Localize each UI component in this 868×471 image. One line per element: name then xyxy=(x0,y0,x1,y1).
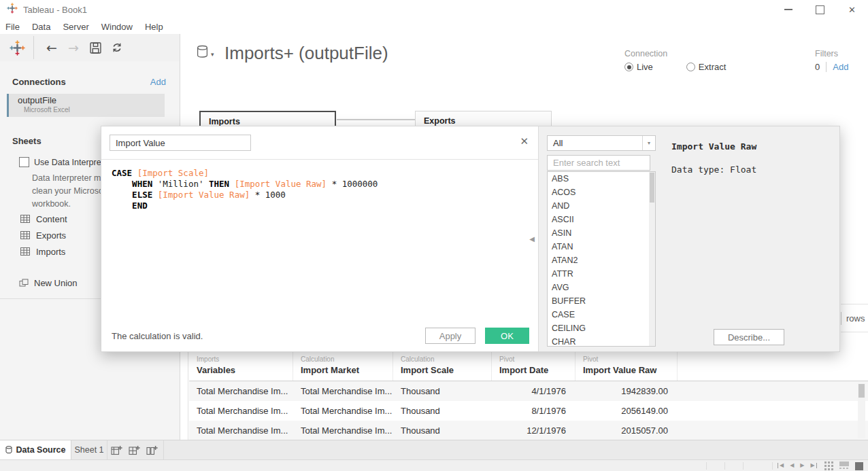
table-cell: 12/1/1976 xyxy=(492,421,575,440)
function-item-ascii[interactable]: ASCII xyxy=(548,213,655,226)
filters-block: Filters 0 Add xyxy=(815,49,848,72)
data-interpreter-checkbox[interactable] xyxy=(19,157,29,167)
new-dashboard-button[interactable] xyxy=(125,440,143,459)
column-category: Calculation xyxy=(401,355,491,363)
data-grid: ImportsVariablesCalculationImport Market… xyxy=(180,352,868,440)
function-item-atan2[interactable]: ATAN2 xyxy=(548,254,655,267)
function-item-attr[interactable]: ATTR xyxy=(548,267,655,281)
menu-window[interactable]: Window xyxy=(101,22,133,32)
previous-page-icon[interactable]: ◀ xyxy=(790,463,794,468)
statusbar-divider xyxy=(724,462,725,470)
function-item-asin[interactable]: ASIN xyxy=(548,226,655,240)
connections-label: Connections xyxy=(12,77,66,87)
minimize-button[interactable] xyxy=(772,0,804,19)
calculation-name-input[interactable] xyxy=(110,135,251,151)
detail-view-icon[interactable] xyxy=(839,461,849,470)
formula-line: CASE [Import Scale] xyxy=(112,168,378,179)
first-page-icon[interactable]: ◀ xyxy=(778,463,784,468)
minimize-icon xyxy=(784,9,792,10)
tab-data-source[interactable]: Data Source xyxy=(0,440,71,459)
calculation-dialog: ✕ CASE [Import Scale] WHEN 'Million' THE… xyxy=(101,126,840,352)
formula-line: WHEN 'Million' THEN [Import Value Raw] *… xyxy=(112,179,378,190)
column-header-import-value-raw[interactable]: PivotImport Value Raw xyxy=(575,352,678,381)
column-header-variables[interactable]: ImportsVariables xyxy=(189,352,293,381)
last-page-icon[interactable]: ▶ xyxy=(810,463,816,468)
function-item-avg[interactable]: AVG xyxy=(548,281,655,294)
new-story-button[interactable] xyxy=(143,440,161,459)
grid-vertical-scrollbar[interactable] xyxy=(858,383,865,438)
table-cell: 2056149.00 xyxy=(575,401,678,421)
collapse-panel-icon[interactable]: ◀ xyxy=(529,235,535,243)
sheets-label: Sheets xyxy=(12,136,41,146)
full-view-icon[interactable] xyxy=(855,462,863,470)
undo-button[interactable]: ← xyxy=(43,40,61,55)
function-list-scrollbar-thumb[interactable] xyxy=(650,173,654,203)
start-page-button[interactable] xyxy=(8,40,26,56)
function-item-case[interactable]: CASE xyxy=(548,308,655,321)
function-list-scrollbar[interactable] xyxy=(649,172,655,346)
dialog-close-icon[interactable]: ✕ xyxy=(520,135,529,147)
formula-line: ELSE [Import Value Raw] * 1000 xyxy=(112,190,378,200)
maximize-icon xyxy=(816,5,824,14)
menu-data[interactable]: Data xyxy=(32,22,50,32)
new-union-label: New Union xyxy=(34,278,78,288)
save-button[interactable] xyxy=(86,42,104,54)
filters-label: Filters xyxy=(815,49,848,58)
table-icon xyxy=(20,215,30,223)
function-item-atan[interactable]: ATAN xyxy=(548,240,655,254)
column-header-import-scale[interactable]: CalculationImport Scale xyxy=(393,352,492,381)
datasource-db-icon[interactable] xyxy=(197,45,208,61)
function-item-abs[interactable]: ABS xyxy=(548,172,655,186)
statusbar-divider xyxy=(772,462,773,470)
describe-button[interactable]: Describe... xyxy=(714,329,784,345)
column-name: Variables xyxy=(197,365,293,375)
table-cell: Total Merchandise Im... xyxy=(189,381,293,401)
calculation-editor: ✕ CASE [Import Scale] WHEN 'Million' THE… xyxy=(101,126,538,351)
rows-indicator-label: rows xyxy=(846,313,865,324)
menu-server[interactable]: Server xyxy=(63,22,88,32)
live-radio[interactable] xyxy=(624,63,633,71)
data-interpreter-label: Use Data Interpreter xyxy=(34,158,111,167)
live-label[interactable]: Live xyxy=(637,62,653,72)
tab-sheet1[interactable]: Sheet 1 xyxy=(71,440,107,459)
rows-indicator: rows xyxy=(841,304,868,332)
function-item-buffer[interactable]: BUFFER xyxy=(548,294,655,308)
add-connection-link[interactable]: Add xyxy=(150,77,166,87)
formula-line: END xyxy=(112,200,378,211)
table-icon xyxy=(20,231,30,239)
ok-button[interactable]: OK xyxy=(485,328,529,344)
function-item-ceiling[interactable]: CEILING xyxy=(548,321,655,335)
datasource-caret-icon[interactable]: ▾ xyxy=(211,51,214,58)
table-row: Total Merchandise Im...Total Merchandise… xyxy=(189,421,868,440)
close-button[interactable]: ✕ xyxy=(836,0,868,19)
menu-file[interactable]: File xyxy=(5,22,20,32)
select-caret-icon: ▾ xyxy=(642,136,655,150)
function-item-char[interactable]: CHAR xyxy=(548,335,655,347)
table-cell: 1942839.00 xyxy=(575,381,678,401)
extract-radio[interactable] xyxy=(686,63,695,71)
maximize-button[interactable] xyxy=(804,0,836,19)
refresh-button[interactable] xyxy=(108,41,126,54)
add-filter-link[interactable]: Add xyxy=(833,62,848,72)
column-name: Import Scale xyxy=(401,365,491,375)
column-header-import-market[interactable]: CalculationImport Market xyxy=(293,352,393,381)
function-item-acos[interactable]: ACOS xyxy=(548,186,655,199)
next-page-icon[interactable]: ▶ xyxy=(800,463,804,468)
function-item-and[interactable]: AND xyxy=(548,199,655,213)
function-search-input[interactable] xyxy=(547,155,650,171)
column-category: Pivot xyxy=(583,355,677,363)
table-cell: Thousand xyxy=(393,401,492,421)
grid-scrollbar-thumb[interactable] xyxy=(858,384,865,398)
extract-label[interactable]: Extract xyxy=(699,62,726,72)
new-worksheet-button[interactable] xyxy=(107,440,125,459)
function-category-select[interactable]: All ▾ xyxy=(547,135,656,151)
apply-button[interactable]: Apply xyxy=(425,328,475,344)
formula-editor[interactable]: CASE [Import Scale] WHEN 'Million' THEN … xyxy=(112,168,378,211)
column-header-import-date[interactable]: PivotImport Date xyxy=(492,352,575,381)
connection-outputfile[interactable]: outputFile Microsoft Excel xyxy=(7,94,165,117)
menu-help[interactable]: Help xyxy=(145,22,163,32)
connection-label: Connection xyxy=(624,49,756,58)
grid-view-icon[interactable] xyxy=(824,461,833,470)
redo-button[interactable]: → xyxy=(65,40,82,55)
rows-indicator-divider xyxy=(841,312,841,325)
